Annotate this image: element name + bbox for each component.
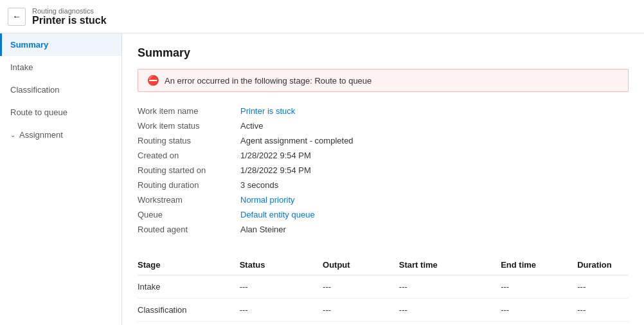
table-header-row: Stage Status Output Start time End time … — [138, 255, 629, 275]
info-row-queue: Queue Default entity queue — [138, 207, 629, 222]
stage-table: Stage Status Output Start time End time … — [138, 255, 629, 325]
layout: Summary Intake Classification Route to q… — [0, 33, 644, 325]
error-banner: ⛔ An error occurred in the following sta… — [138, 69, 629, 92]
page-header-title: Printer is stuck — [32, 15, 107, 26]
field-value-routingduration: 3 seconds — [240, 180, 278, 190]
field-value-createdon: 1/28/2022 9:54 PM — [240, 151, 311, 160]
field-label-routedagent: Routed agent — [138, 225, 240, 234]
back-icon: ← — [12, 12, 21, 21]
field-label-workitemname: Work item name — [138, 106, 240, 116]
field-value-routedagent: Alan Steiner — [240, 225, 286, 234]
cell-endtime-route-to-queue: 1/28/2022 9:5... — [501, 322, 577, 326]
back-button[interactable]: ← — [8, 8, 26, 26]
cell-starttime-intake: --- — [399, 275, 501, 299]
info-row-workitemname: Work item name Printer is stuck — [138, 104, 629, 118]
info-table: Work item name Printer is stuck Work ite… — [138, 104, 629, 237]
field-value-workitemstatus: Active — [240, 121, 263, 131]
col-header-endtime: End time — [501, 255, 577, 275]
sidebar-label-assignment: Assignment — [19, 130, 63, 140]
field-label-routingstatus: Routing status — [138, 136, 240, 145]
sidebar-label-classification: Classification — [10, 85, 60, 95]
cell-duration-classification: --- — [577, 299, 629, 322]
info-row-createdon: Created on 1/28/2022 9:54 PM — [138, 148, 629, 163]
info-row-routedagent: Routed agent Alan Steiner — [138, 222, 629, 237]
cell-endtime-intake: --- — [501, 275, 577, 299]
sidebar-label-route-to-queue: Route to queue — [10, 107, 67, 117]
cell-status-route-to-queue: ❌ Error — [240, 322, 323, 326]
info-row-routingstatus: Routing status Agent assignment - comple… — [138, 133, 629, 148]
sidebar-item-classification[interactable]: Classification — [0, 79, 121, 101]
chevron-down-icon: ⌄ — [10, 131, 15, 138]
cell-duration-intake: --- — [577, 275, 629, 299]
info-row-workitemstatus: Work item status Active — [138, 118, 629, 133]
field-value-workstream[interactable]: Normal priority — [240, 195, 295, 205]
sidebar-item-route-to-queue[interactable]: Route to queue — [0, 101, 121, 124]
sidebar: Summary Intake Classification Route to q… — [0, 33, 122, 325]
field-value-routingstartedon: 1/28/2022 9:54 PM — [240, 165, 311, 175]
col-header-duration: Duration — [577, 255, 629, 275]
sidebar-item-intake[interactable]: Intake — [0, 56, 121, 79]
sidebar-label-intake: Intake — [10, 62, 33, 72]
sidebar-item-summary[interactable]: Summary — [0, 33, 121, 56]
error-banner-text: An error occurred in the following stage… — [165, 76, 371, 86]
info-row-routingstartedon: Routing started on 1/28/2022 9:54 PM — [138, 163, 629, 178]
field-label-queue: Queue — [138, 210, 240, 219]
table-row: Classification --- --- --- --- --- — [138, 299, 629, 322]
breadcrumb: Routing diagnostics — [32, 7, 107, 15]
table-row: Intake --- --- --- --- --- — [138, 275, 629, 299]
main-content: Summary ⛔ An error occurred in the follo… — [122, 33, 644, 325]
cell-starttime-route-to-queue: 1/28/2022 9:54 PM — [399, 322, 501, 326]
cell-output-route-to-queue: --- — [323, 322, 399, 326]
field-value-routingstatus: Agent assignment - completed — [240, 136, 353, 145]
field-label-workitemstatus: Work item status — [138, 121, 240, 131]
col-header-status: Status — [240, 255, 323, 275]
page-title: Summary — [138, 46, 629, 60]
sidebar-item-assignment[interactable]: ⌄ Assignment — [0, 124, 121, 146]
header: ← Routing diagnostics Printer is stuck — [0, 0, 644, 33]
info-row-routingduration: Routing duration 3 seconds — [138, 178, 629, 192]
col-header-starttime: Start time — [399, 255, 501, 275]
col-header-stage: Stage — [138, 255, 240, 275]
cell-status-intake: --- — [240, 275, 323, 299]
cell-endtime-classification: --- — [501, 299, 577, 322]
cell-output-classification: --- — [323, 299, 399, 322]
field-value-queue[interactable]: Default entity queue — [240, 210, 315, 219]
field-label-routingstartedon: Routing started on — [138, 165, 240, 175]
field-label-routingduration: Routing duration — [138, 180, 240, 190]
cell-output-intake: --- — [323, 275, 399, 299]
cell-stage-intake: Intake — [138, 275, 240, 299]
cell-duration-route-to-queue: 0 seconds — [577, 322, 629, 326]
error-circle-icon: ⛔ — [147, 75, 159, 86]
cell-starttime-classification: --- — [399, 299, 501, 322]
info-row-workstream: Workstream Normal priority — [138, 192, 629, 207]
col-header-output: Output — [323, 255, 399, 275]
field-label-createdon: Created on — [138, 151, 240, 160]
cell-stage-route-to-queue: Route to queue — [138, 322, 240, 326]
header-text: Routing diagnostics Printer is stuck — [32, 7, 107, 26]
sidebar-label-summary: Summary — [10, 40, 48, 50]
field-label-workstream: Workstream — [138, 195, 240, 205]
table-row: Route to queue ❌ Error --- 1/28/2022 9:5… — [138, 322, 629, 326]
cell-status-classification: --- — [240, 299, 323, 322]
field-value-workitemname[interactable]: Printer is stuck — [240, 106, 295, 116]
cell-stage-classification: Classification — [138, 299, 240, 322]
